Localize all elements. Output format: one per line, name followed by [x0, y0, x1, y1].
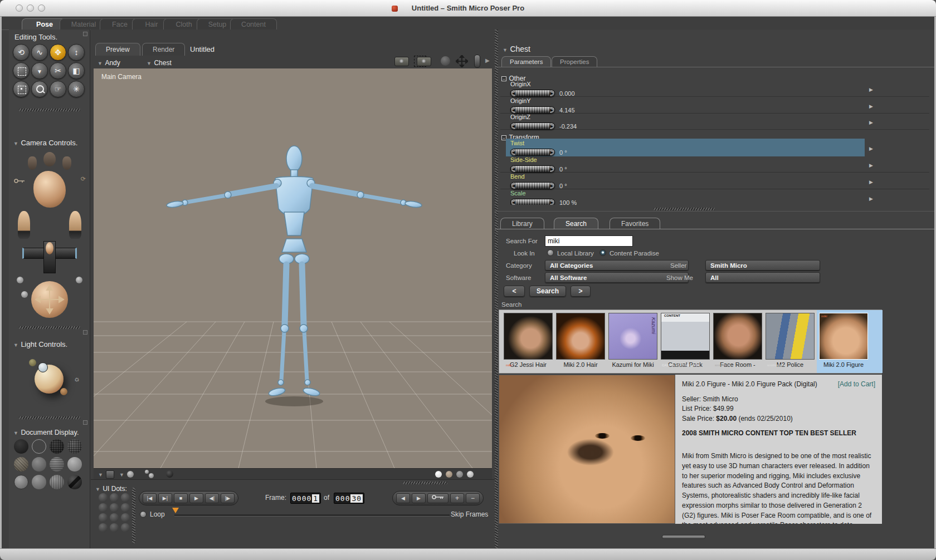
depth-cue-menu-icon[interactable]: ▼ [98, 472, 103, 478]
display-wireframe[interactable] [50, 439, 64, 454]
add-keyframe-button[interactable]: + [450, 493, 464, 503]
display-style-menu-icon[interactable]: ▼ [119, 472, 124, 478]
tool-scale[interactable] [13, 62, 30, 79]
camera-icon[interactable] [394, 57, 409, 66]
tab-favorites[interactable]: Favorites [610, 218, 660, 229]
current-frame-counter[interactable]: 00001 [290, 493, 321, 504]
tool-color[interactable]: ◧ [68, 62, 85, 79]
camera-select-icon[interactable] [417, 57, 431, 66]
left-hand-camera-control[interactable] [18, 211, 30, 239]
camera-lefthand-icon[interactable] [28, 156, 37, 170]
tab-preview[interactable]: Preview [95, 43, 140, 56]
right-hand-camera-control[interactable] [69, 211, 81, 239]
face-camera-control[interactable] [33, 171, 66, 208]
display-cartoon[interactable] [67, 457, 82, 471]
tool-view-magnifier[interactable] [31, 81, 48, 97]
add-to-cart-link[interactable]: [Add to Cart] [838, 380, 875, 388]
display-flat-shaded[interactable] [32, 457, 46, 471]
color-dot-light[interactable] [467, 471, 474, 478]
tab-search[interactable]: Search [554, 218, 598, 229]
display-outline[interactable] [32, 439, 46, 454]
color-dot-gray[interactable] [456, 471, 463, 478]
loop-toggle[interactable] [140, 511, 147, 518]
ui-dot[interactable] [110, 493, 119, 502]
tracking-mode-button[interactable] [106, 470, 114, 479]
light-indicator-2[interactable] [38, 362, 48, 372]
ui-dot[interactable] [121, 493, 130, 502]
viewport-zoom-slider[interactable] [474, 55, 480, 68]
light-controls-header[interactable]: ▼ Light Controls. [13, 339, 67, 349]
section-splitter[interactable] [19, 109, 80, 111]
tool-grouping[interactable] [13, 81, 30, 97]
param-dial-side-side[interactable] [510, 165, 555, 173]
actor-selector[interactable]: ▼ Chest [147, 57, 172, 67]
panel-splitter[interactable] [403, 482, 447, 484]
main-viewport[interactable]: Main Camera [94, 68, 492, 468]
first-frame-button[interactable]: |◀ [143, 493, 157, 503]
viewport-pan-icon[interactable] [456, 55, 468, 67]
tool-twist[interactable]: ∿ [31, 44, 48, 61]
ui-dot[interactable] [121, 513, 130, 522]
next-page-button[interactable]: > [571, 286, 591, 297]
light-indicator-1[interactable] [29, 359, 36, 366]
search-button[interactable]: Search [529, 286, 566, 297]
window-bottom-edge[interactable] [0, 548, 936, 560]
display-smooth-lined[interactable] [32, 475, 46, 489]
timeline-track[interactable] [174, 514, 483, 517]
tracking-ball-icon[interactable] [127, 471, 134, 478]
tool-direct-manipulation[interactable]: ✳ [68, 81, 85, 97]
camera-scale-dot[interactable] [76, 277, 82, 283]
param-dial-twist[interactable] [510, 149, 555, 156]
skip-frames-label[interactable]: Skip Frames [450, 510, 489, 518]
previous-keyframe-button[interactable]: ◀ [396, 493, 410, 503]
room-tab-content[interactable]: Content [230, 18, 277, 30]
param-dial-bend[interactable] [510, 182, 555, 189]
result-m2-police[interactable]: smithmicro M2 Police [766, 313, 815, 368]
tool-taper[interactable]: ▼ [31, 62, 48, 79]
panel-splitter[interactable] [654, 208, 715, 210]
display-flat-lined[interactable] [50, 457, 64, 471]
param-menu-arrow[interactable]: ▶ [869, 196, 873, 202]
ui-dot[interactable] [99, 513, 108, 522]
param-menu-arrow[interactable]: ▶ [869, 179, 873, 185]
camera-scale-dot[interactable] [17, 277, 23, 283]
result-kazumi-for-miki[interactable]: Kazumi Kazumi for Miki [608, 313, 657, 368]
ui-dot[interactable] [99, 503, 108, 512]
show-me-dropdown[interactable]: All [705, 272, 820, 283]
document-display-header[interactable]: ▼ Document Display. [13, 427, 79, 437]
next-frame-button[interactable]: |▶ [221, 493, 235, 503]
tool-chain-break[interactable]: ✂ [50, 62, 66, 79]
camera-scale-dot[interactable] [21, 291, 28, 298]
ui-dot[interactable] [121, 523, 130, 532]
viewport-trackball-icon[interactable] [441, 56, 450, 66]
section-splitter[interactable] [19, 416, 80, 419]
param-dial-originz[interactable] [510, 122, 555, 130]
ui-dot[interactable] [110, 513, 119, 522]
create-light-icon[interactable]: ☼ [74, 375, 80, 383]
ui-dot[interactable] [99, 523, 108, 532]
previous-page-button[interactable]: < [504, 286, 525, 297]
edit-keyframes-button[interactable] [427, 493, 448, 503]
ui-dot[interactable] [110, 503, 119, 512]
result-face-room[interactable]: smithmicro Face Room - [713, 313, 762, 368]
ui-dot[interactable] [110, 523, 119, 532]
param-menu-arrow[interactable]: ▶ [869, 120, 873, 125]
result-g2-jessi-hair[interactable]: miki G2 Jessi Hair [504, 313, 553, 368]
param-dial-originy[interactable] [510, 106, 555, 114]
result-miki-20-figure[interactable]: miki Miki 2.0 Figure [819, 313, 868, 368]
camera-head-icon[interactable] [43, 152, 56, 166]
display-hidden-line[interactable] [67, 439, 82, 454]
stop-button[interactable]: ■ [174, 493, 188, 503]
previous-frame-button[interactable]: ◀| [205, 493, 219, 503]
display-texture-shaded[interactable] [50, 475, 64, 489]
tab-library[interactable]: Library [500, 218, 544, 229]
tool-rotate[interactable]: ⟲ [13, 44, 30, 61]
panel-corner-widget[interactable] [83, 420, 87, 425]
timeline-position-marker[interactable] [172, 508, 179, 513]
display-material-preview[interactable] [67, 475, 82, 489]
shadow-ball-icon[interactable] [166, 470, 173, 478]
camera-controls-header[interactable]: ▼ Camera Controls. [13, 137, 77, 148]
ui-dots-header[interactable]: ▼ UI Dots: [95, 483, 127, 493]
last-frame-button[interactable]: ▶| [158, 493, 172, 503]
tool-translate-in-out[interactable]: ↕ [68, 44, 85, 61]
